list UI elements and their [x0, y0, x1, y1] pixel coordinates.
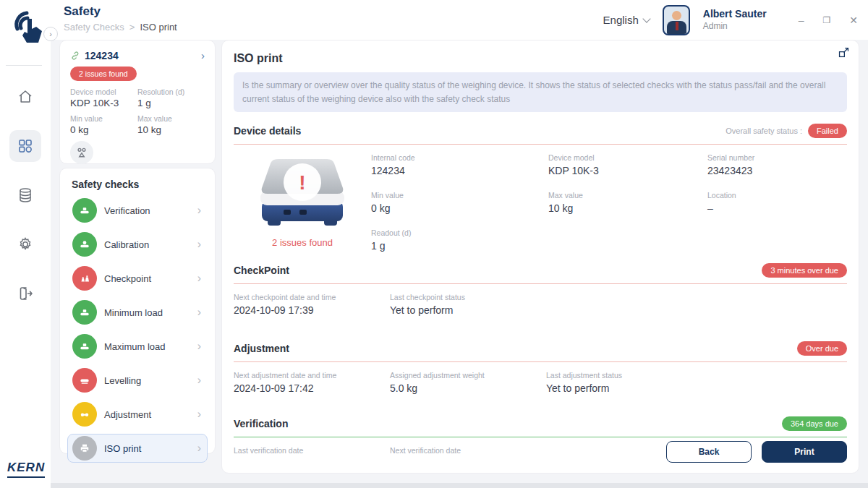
minimum-load-status-circle [72, 300, 97, 325]
chevron-right-icon: › [197, 374, 201, 387]
sidebar-item-home[interactable] [9, 81, 41, 113]
field-value: Yet to perform [390, 304, 546, 317]
sidebar-items [0, 81, 51, 309]
iso-print-status-circle [72, 436, 97, 461]
language-label: English [603, 14, 639, 26]
device-id[interactable]: 124234 [85, 50, 119, 61]
checkpoint-due-badge: 3 minutes over due [762, 263, 847, 278]
detail-field: Next verification date [390, 446, 546, 470]
field-label: Min value [371, 191, 548, 200]
check-item-levelling[interactable]: Levelling › [67, 366, 208, 395]
adjustment-fields: Next adjustment date and time 2024-10-09… [234, 371, 847, 395]
user-role: Admin [703, 21, 767, 32]
printer-icon [78, 442, 91, 455]
hierarchy-button[interactable] [70, 141, 93, 164]
chevron-right-icon: › [197, 408, 201, 421]
device-card-chevron-icon[interactable]: › [201, 49, 205, 61]
check-item-label: ISO print [104, 443, 141, 454]
breadcrumb-parent[interactable]: Safety Checks [64, 22, 124, 33]
back-button[interactable]: Back [666, 441, 752, 463]
chevron-right-icon: › [197, 340, 201, 353]
field-value: KDP 10K-3 [548, 165, 707, 176]
window-controls: – ❐ ✕ [799, 14, 858, 26]
close-icon[interactable]: ✕ [849, 14, 858, 26]
device-details-header: Device details Overall safety status : F… [234, 124, 847, 138]
field-label: Device model [548, 153, 707, 162]
sidebar: KERN [0, 0, 51, 488]
checkpoint-header: CheckPoint 3 minutes over due [234, 263, 847, 278]
device-id-row: 124234 › [70, 49, 205, 61]
check-item-label: Minimum load [104, 307, 163, 318]
chevron-right-icon: › [197, 306, 201, 319]
check-item-calibration[interactable]: Calibration › [67, 230, 208, 259]
expand-icon [838, 46, 850, 59]
field-value: 124234 [371, 165, 548, 176]
check-item-label: Verification [104, 205, 150, 216]
minimize-icon[interactable]: – [799, 14, 804, 26]
verification-status-circle [72, 198, 97, 223]
check-item-maximum-load[interactable]: Maximum load › [67, 332, 208, 361]
section-title: Verification [234, 418, 288, 429]
maximize-icon[interactable]: ❐ [823, 15, 831, 25]
field-label: Resolution (d) [137, 87, 205, 96]
field-value: Yet to perform [546, 382, 847, 395]
header: Safety Safety Checks > ISO print English… [51, 0, 868, 40]
sidebar-item-dashboard[interactable] [9, 130, 41, 162]
device-field: Device model KDP 10K-3 [70, 87, 137, 108]
scale-icon [78, 306, 91, 319]
divider [234, 283, 847, 284]
main-title: ISO print [234, 52, 847, 65]
device-field: Resolution (d) 1 g [137, 87, 205, 108]
detail-field: Assigned adjustment weight 5.0 kg [390, 371, 546, 395]
field-value: – [707, 202, 847, 214]
home-icon [17, 88, 34, 106]
language-selector[interactable]: English [603, 14, 650, 26]
check-item-iso-print[interactable]: ISO print › [67, 434, 208, 463]
detail-field: Next checkpoint date and time 2024-10-09… [234, 293, 390, 317]
sidebar-item-database[interactable] [9, 179, 41, 211]
field-label: Device model [70, 87, 137, 96]
adjust-icon [78, 408, 91, 421]
expand-view-button[interactable] [838, 46, 850, 61]
scale-icon [78, 204, 91, 217]
check-item-checkpoint[interactable]: Checkpoint › [67, 264, 208, 293]
kern-brand-logo: KERN [7, 461, 45, 478]
detail-field: Last checkpoint status Yet to perform [390, 293, 546, 317]
field-value [390, 458, 546, 470]
user-meta: Albert Sauter Admin [703, 8, 767, 32]
sidebar-collapse-toggle[interactable]: › [43, 27, 58, 41]
section-title: Adjustment [234, 343, 289, 354]
check-item-label: Calibration [104, 239, 149, 250]
field-value: 10 kg [548, 202, 707, 214]
adjustment-status-circle [72, 402, 97, 427]
print-button[interactable]: Print [762, 441, 847, 463]
field-label: Next checkpoint date and time [234, 293, 390, 301]
field-value: 1 g [137, 98, 205, 108]
level-icon [78, 374, 91, 387]
breadcrumb-current: ISO print [140, 22, 176, 33]
device-field: Max value 10 kg [137, 114, 205, 135]
chevron-right-icon: › [197, 442, 201, 455]
overall-status: Overall safety status : Failed [726, 124, 847, 138]
field-label: Last adjustment status [546, 371, 847, 380]
field-label: Next verification date [390, 446, 546, 455]
database-icon [17, 187, 34, 204]
safety-checks-title: Safety checks [72, 179, 208, 190]
sidebar-item-logout[interactable] [9, 278, 41, 309]
check-item-adjustment[interactable]: Adjustment › [67, 400, 208, 429]
weights-icon [78, 272, 91, 285]
weighing-scale-image: ! [252, 156, 353, 231]
field-value: 1 g [371, 240, 548, 252]
device-details-fields: Internal code 124234 Device model KDP 10… [371, 153, 847, 252]
avatar-tie [676, 22, 678, 30]
chevron-right-icon: › [197, 204, 201, 217]
overall-status-badge: Failed [808, 124, 847, 138]
sidebar-item-settings[interactable] [9, 228, 41, 260]
main-content: ISO print Is the summary or overview ove… [221, 40, 859, 474]
check-item-verification[interactable]: Verification › [67, 196, 208, 225]
avatar[interactable] [663, 5, 690, 35]
check-item-minimum-load[interactable]: Minimum load › [67, 298, 208, 327]
field-label: Max value [548, 191, 707, 200]
dashboard-icon [17, 137, 34, 155]
chevron-down-icon [642, 14, 650, 22]
